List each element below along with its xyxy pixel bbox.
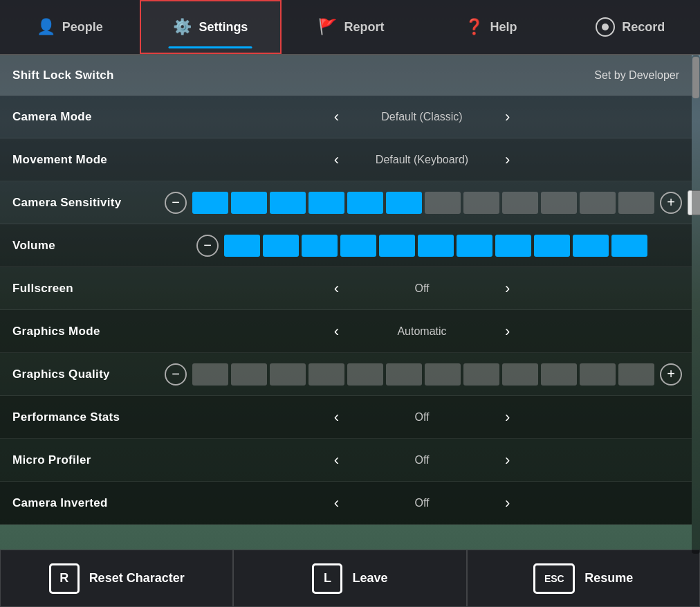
graphics-mode-prev[interactable]: ‹: [329, 320, 344, 343]
fullscreen-value: Off: [353, 282, 491, 295]
movement-mode-next[interactable]: ›: [499, 148, 515, 172]
nav-label-record: Record: [622, 20, 665, 35]
camera-inverted-prev[interactable]: ‹: [329, 491, 344, 515]
graphics-mode-control: ‹ Automatic ›: [165, 320, 679, 343]
vol-segment-2[interactable]: [302, 235, 338, 257]
vol-segment-6[interactable]: [457, 235, 492, 257]
graphics-quality-track: [192, 363, 654, 386]
resume-button[interactable]: ESC Resume: [467, 550, 700, 607]
gq-segment-7[interactable]: [463, 363, 499, 386]
graphics-quality-decrease[interactable]: −: [165, 363, 187, 386]
volume-track: [224, 235, 647, 257]
camera-inverted-next[interactable]: ›: [499, 491, 515, 515]
leave-key: L: [312, 563, 342, 594]
vol-segment-0[interactable]: [224, 235, 260, 257]
gq-segment-1[interactable]: [231, 363, 267, 386]
nav-label-help: Help: [490, 20, 517, 35]
cs-segment-5[interactable]: [386, 192, 422, 214]
movement-mode-prev[interactable]: ‹: [329, 148, 344, 172]
movement-mode-control: ‹ Default (Keyboard) ›: [165, 148, 679, 172]
camera-inverted-label: Camera Inverted: [12, 496, 165, 510]
nav-label-people: People: [62, 20, 103, 35]
report-icon: 🚩: [318, 18, 337, 36]
volume-decrease[interactable]: −: [196, 235, 219, 257]
micro-profiler-next[interactable]: ›: [499, 449, 515, 472]
setting-row-shift-lock: Shift Lock Switch Set by Developer: [0, 55, 692, 96]
vol-segment-9[interactable]: [573, 235, 609, 257]
gq-segment-8[interactable]: [502, 363, 538, 386]
vol-segment-5[interactable]: [418, 235, 454, 257]
cs-segment-9[interactable]: [541, 192, 577, 214]
vol-segment-3[interactable]: [340, 235, 376, 257]
performance-stats-prev[interactable]: ‹: [329, 406, 344, 429]
micro-profiler-label: Micro Profiler: [12, 453, 165, 467]
gq-segment-0[interactable]: [192, 363, 228, 386]
micro-profiler-value: Off: [353, 454, 491, 466]
cs-segment-8[interactable]: [502, 192, 538, 214]
fullscreen-label: Fullscreen: [12, 282, 165, 296]
graphics-mode-next[interactable]: ›: [499, 320, 515, 343]
vol-segment-7[interactable]: [495, 235, 531, 257]
gq-segment-9[interactable]: [541, 363, 577, 386]
nav-bar: 👤 People ⚙️ Settings 🚩 Report ❓ Help Rec…: [0, 0, 700, 55]
gq-segment-10[interactable]: [580, 363, 616, 386]
gq-segment-4[interactable]: [347, 363, 383, 386]
reset-button[interactable]: R Reset Character: [0, 550, 233, 607]
cs-segment-11[interactable]: [618, 192, 654, 214]
camera-inverted-value: Off: [353, 497, 491, 509]
cs-segment-7[interactable]: [463, 192, 499, 214]
fullscreen-prev[interactable]: ‹: [329, 277, 344, 300]
graphics-mode-label: Graphics Mode: [12, 325, 165, 338]
gq-segment-3[interactable]: [308, 363, 344, 386]
nav-item-help[interactable]: ❓ Help: [421, 0, 561, 54]
cs-segment-10[interactable]: [580, 192, 616, 214]
movement-mode-label: Movement Mode: [12, 153, 165, 167]
shift-lock-label: Shift Lock Switch: [12, 69, 165, 82]
leave-label: Leave: [352, 571, 387, 586]
gq-segment-5[interactable]: [386, 363, 422, 386]
gq-segment-2[interactable]: [270, 363, 306, 386]
performance-stats-next[interactable]: ›: [499, 406, 515, 429]
nav-item-people[interactable]: 👤 People: [0, 0, 140, 54]
fullscreen-next[interactable]: ›: [499, 277, 515, 300]
nav-label-report: Report: [344, 20, 384, 35]
graphics-quality-label: Graphics Quality: [12, 368, 165, 381]
setting-row-volume: Volume −: [0, 224, 692, 267]
cs-segment-2[interactable]: [270, 192, 306, 214]
fullscreen-control: ‹ Off ›: [165, 277, 679, 300]
cs-segment-0[interactable]: [192, 192, 228, 214]
vol-segment-1[interactable]: [263, 235, 299, 257]
camera-mode-next[interactable]: ›: [499, 105, 515, 129]
micro-profiler-prev[interactable]: ‹: [329, 449, 344, 472]
nav-item-settings[interactable]: ⚙️ Settings: [140, 0, 282, 54]
camera-sensitivity-increase[interactable]: +: [660, 192, 682, 214]
camera-mode-prev[interactable]: ‹: [329, 105, 344, 129]
performance-stats-control: ‹ Off ›: [165, 406, 679, 429]
scrollbar-thumb[interactable]: [692, 57, 699, 98]
nav-item-record[interactable]: Record: [560, 0, 700, 54]
camera-sensitivity-decrease[interactable]: −: [165, 192, 187, 214]
movement-mode-value: Default (Keyboard): [353, 154, 491, 166]
reset-key: R: [49, 563, 80, 594]
cs-segment-6[interactable]: [425, 192, 461, 214]
gq-segment-6[interactable]: [425, 363, 461, 386]
nav-item-report[interactable]: 🚩 Report: [282, 0, 421, 54]
vol-segment-4[interactable]: [379, 235, 415, 257]
graphics-quality-increase[interactable]: +: [660, 363, 682, 386]
vol-segment-8[interactable]: [534, 235, 570, 257]
camera-sensitivity-label: Camera Sensitivity: [12, 196, 165, 210]
record-icon: [596, 17, 615, 37]
vol-segment-10[interactable]: [611, 235, 647, 257]
camera-inverted-control: ‹ Off ›: [165, 491, 679, 515]
leave-button[interactable]: L Leave: [233, 550, 466, 607]
gq-segment-11[interactable]: [618, 363, 654, 386]
graphics-mode-value: Automatic: [353, 325, 491, 338]
performance-stats-label: Performance Stats: [12, 410, 165, 424]
shift-lock-value: Set by Developer: [594, 69, 679, 82]
cs-segment-1[interactable]: [231, 192, 267, 214]
setting-row-micro-profiler: Micro Profiler ‹ Off ›: [0, 439, 692, 482]
cs-segment-3[interactable]: [308, 192, 344, 214]
scrollbar[interactable]: [692, 55, 700, 554]
cs-segment-4[interactable]: [347, 192, 383, 214]
people-icon: 👤: [37, 18, 55, 36]
